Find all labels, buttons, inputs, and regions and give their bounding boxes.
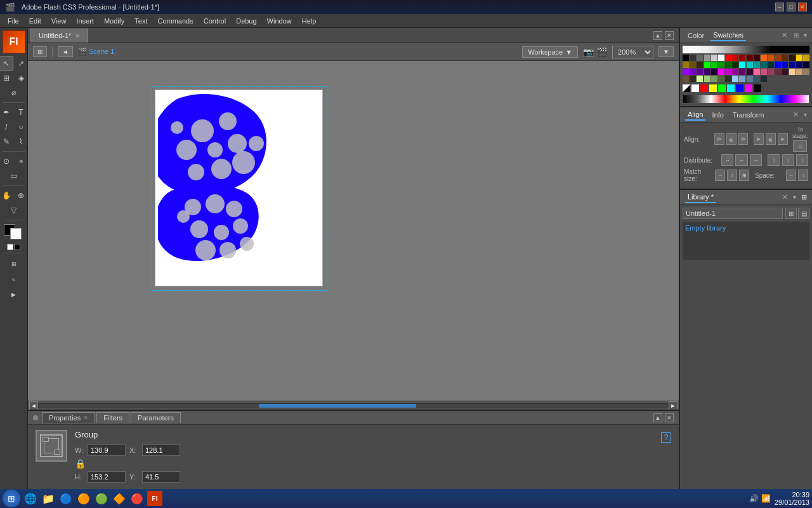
text-tool[interactable]: T xyxy=(14,105,28,119)
swatch-cell[interactable] xyxy=(704,62,710,68)
network-icon[interactable]: 📶 xyxy=(761,494,771,503)
swatch-cell[interactable] xyxy=(803,62,809,68)
dist-right-btn[interactable]: ↔ xyxy=(750,154,762,166)
back-btn[interactable]: ◄ xyxy=(58,46,73,57)
swatch-cell[interactable] xyxy=(697,76,703,82)
info-tab[interactable]: Info xyxy=(709,110,726,120)
close-button[interactable]: ✕ xyxy=(798,3,807,11)
swatch-cell[interactable] xyxy=(782,55,788,61)
swatch-cell[interactable] xyxy=(725,69,731,75)
x-input[interactable] xyxy=(142,444,180,456)
swatch-cell[interactable] xyxy=(683,62,689,68)
swatch-cell[interactable] xyxy=(718,62,724,68)
swatch-cell[interactable] xyxy=(711,69,717,75)
red-swatch[interactable] xyxy=(700,84,708,92)
swatch-cell[interactable] xyxy=(683,69,689,75)
swatch-cell[interactable] xyxy=(732,62,738,68)
menu-help[interactable]: Help xyxy=(297,16,322,26)
swatch-cell[interactable] xyxy=(775,69,781,75)
subselect-tool[interactable]: ↗ xyxy=(14,57,28,70)
width-input[interactable] xyxy=(88,444,126,456)
restore-button[interactable]: □ xyxy=(787,3,796,11)
taskbar-app-2[interactable]: 🟠 xyxy=(76,491,91,506)
menu-file[interactable]: File xyxy=(3,16,24,26)
volume-icon[interactable]: 🔊 xyxy=(749,494,759,503)
align-center-h-btn[interactable]: ⫹ xyxy=(726,133,737,145)
rainbow-gradient-bar[interactable] xyxy=(683,95,809,104)
scene-name[interactable]: 🎬 Scene 1 xyxy=(78,48,114,56)
menu-insert[interactable]: Insert xyxy=(71,16,99,26)
swatches-close-btn[interactable]: ✕ xyxy=(782,31,787,39)
fill-color[interactable] xyxy=(10,228,22,239)
inkbucket-tool[interactable]: ⊙ xyxy=(0,154,13,168)
swatch-cell[interactable] xyxy=(789,62,796,68)
swatch-cell[interactable] xyxy=(711,62,717,68)
align-top-btn[interactable]: ⫸ xyxy=(754,133,764,145)
doc-tab-close-btn[interactable]: ✕ xyxy=(75,32,80,39)
dist-center-v-btn[interactable]: ↕ xyxy=(782,154,794,166)
filters-tab[interactable]: Filters xyxy=(96,412,129,423)
swatch-cell[interactable] xyxy=(732,76,738,82)
free-transform-tool[interactable]: ⊞ xyxy=(0,71,13,85)
dist-top-btn[interactable]: ↕ xyxy=(768,154,780,166)
swatches-collapse-btn[interactable]: ▾ xyxy=(804,32,807,39)
menu-text[interactable]: Text xyxy=(129,16,152,26)
white-swatch[interactable] xyxy=(691,84,699,92)
swatch-cell[interactable] xyxy=(761,76,767,82)
swatch-cell[interactable] xyxy=(690,62,696,68)
space-h-btn[interactable]: ↔ xyxy=(786,170,796,181)
taskbar-folder-icon[interactable]: 📁 xyxy=(41,491,56,506)
swatch-cell[interactable] xyxy=(775,55,781,61)
swatch-cell[interactable] xyxy=(803,55,809,61)
eraser-tool[interactable]: ▭ xyxy=(7,169,21,183)
menu-modify[interactable]: Modify xyxy=(99,16,129,26)
swatches-expand-btn[interactable]: ⊞ xyxy=(794,32,799,39)
menu-edit[interactable]: Edit xyxy=(24,16,46,26)
menu-control[interactable]: Control xyxy=(199,16,231,26)
swatch-cell[interactable] xyxy=(704,55,710,61)
swatch-cell[interactable] xyxy=(732,69,738,75)
height-input[interactable] xyxy=(88,471,126,483)
cam-icon-2[interactable]: 🎬 xyxy=(596,47,607,57)
library-filename-input[interactable] xyxy=(683,208,783,219)
swatch-cell[interactable] xyxy=(718,69,724,75)
dist-left-btn[interactable]: ↔ xyxy=(721,154,733,166)
swatch-cell[interactable] xyxy=(739,62,745,68)
swatch-cell[interactable] xyxy=(747,62,753,68)
align-collapse-btn[interactable]: ▾ xyxy=(804,111,807,118)
cyan-swatch[interactable] xyxy=(727,84,735,92)
align-close-btn[interactable]: ✕ xyxy=(793,110,799,119)
straighten-tool[interactable]: ▶ xyxy=(3,288,25,302)
swatch-cell[interactable] xyxy=(683,76,689,82)
swatch-cell[interactable] xyxy=(747,55,753,61)
space-v-btn[interactable]: ↕ xyxy=(798,170,808,181)
line-tool[interactable]: / xyxy=(0,120,13,134)
swatch-cell[interactable] xyxy=(768,62,774,68)
swatch-cell[interactable] xyxy=(782,69,788,75)
swatch-cell[interactable] xyxy=(775,62,781,68)
white-color[interactable] xyxy=(7,244,13,250)
none-swatch[interactable] xyxy=(683,84,690,92)
help-button[interactable]: ? xyxy=(661,432,671,443)
taskbar-app-1[interactable]: 🔵 xyxy=(58,491,74,506)
swatch-cell[interactable] xyxy=(704,69,710,75)
swatch-cell[interactable] xyxy=(782,62,788,68)
scroll-right-btn[interactable]: ► xyxy=(669,401,678,410)
swatch-cell[interactable] xyxy=(711,55,717,61)
scroll-left-btn[interactable]: ◄ xyxy=(29,401,38,410)
swatch-cell[interactable] xyxy=(683,55,689,61)
swatch-cell[interactable] xyxy=(725,76,731,82)
library-collapse-btn[interactable]: ▾ xyxy=(793,194,796,201)
zoom-dropdown-btn[interactable]: ▼ xyxy=(658,46,674,57)
color-tab[interactable]: Color xyxy=(685,30,707,41)
swatch-cell[interactable] xyxy=(718,55,724,61)
to-stage-btn[interactable]: □ xyxy=(793,140,807,152)
taskbar-app-3[interactable]: 🟢 xyxy=(94,491,109,506)
collapse-panel-btn[interactable]: ▲ xyxy=(653,31,662,40)
swatch-cell[interactable] xyxy=(747,69,753,75)
library-icon-2[interactable]: ▤ xyxy=(798,208,809,219)
match-width-btn[interactable]: ↔ xyxy=(715,170,725,181)
library-close-btn[interactable]: ✕ xyxy=(782,193,788,201)
empty-library-text[interactable]: Empty library xyxy=(683,222,809,234)
close-doc-btn[interactable]: ✕ xyxy=(665,31,674,40)
